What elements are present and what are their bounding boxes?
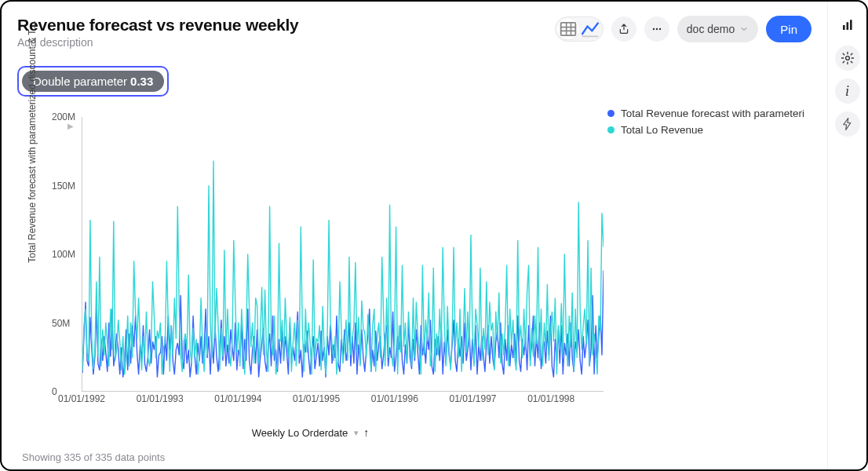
svg-rect-10 [850,20,852,30]
x-axis-label: Weekly Lo Orderdate [252,427,348,439]
gear-icon [841,51,855,65]
chart-area: Total Revenue forecast with parameterize… [17,103,811,451]
table-view-button[interactable] [557,19,579,39]
description-placeholder[interactable]: Add description [17,36,299,49]
data-points-note: Showing 335 of 335 data points [17,451,811,463]
parameter-control[interactable]: Double parameter 0.33 [17,66,169,97]
y-axis-expand-icon[interactable]: ▶ [67,122,74,130]
page-title: Revenue forecast vs revenue weekly [17,16,299,35]
rail-chart-button[interactable] [835,13,860,38]
chart-view-button[interactable] [579,19,601,39]
legend-label: Total Revenue forecast with parameteri [621,108,804,119]
y-tick-label: 0 [52,386,57,397]
x-tick-label: 01/01/1994 [214,393,261,404]
pin-button[interactable]: Pin [766,16,811,42]
legend-item[interactable]: Total Lo Revenue [607,124,811,136]
svg-point-7 [659,28,661,30]
svg-point-5 [653,28,655,30]
right-rail: i [827,2,866,469]
rail-settings-button[interactable] [835,46,860,71]
rail-lightning-button[interactable] [835,111,860,137]
sort-ascending-icon[interactable]: ↑ [363,426,369,439]
x-tick-label: 01/01/1992 [58,393,105,404]
y-tick-label: 100M [52,249,75,260]
y-tick-label: 200M [52,111,75,122]
chart-legend: Total Revenue forecast with parameteriTo… [607,108,811,141]
svg-rect-0 [560,23,575,35]
workspace-label: doc demo [687,23,735,35]
line-chart-icon [579,18,601,40]
svg-rect-8 [843,25,845,30]
legend-label: Total Lo Revenue [621,124,703,136]
workspace-selector[interactable]: doc demo [677,16,758,42]
more-horizontal-icon [651,23,663,35]
legend-color-dot [607,110,615,117]
rail-info-button[interactable]: i [835,78,860,104]
chevron-down-icon [739,24,749,34]
x-tick-label: 01/01/1997 [449,393,496,404]
svg-rect-9 [846,22,848,30]
view-toggle [555,16,604,42]
parameter-chip: Double parameter 0.33 [22,71,164,92]
svg-point-11 [845,57,849,60]
svg-point-6 [656,28,658,30]
x-tick-label: 01/01/1995 [293,393,340,404]
share-icon [618,23,630,35]
y-axis-label[interactable]: Total Revenue forecast with parameterize… [27,4,38,279]
y-tick-label: 50M [52,318,70,329]
chart-plot: ▶ 050M100M150M200M 01/01/199201/01/19930… [47,103,811,403]
bar-chart-icon [841,18,855,32]
chevron-down-icon: ▾ [354,428,359,438]
x-tick-label: 01/01/1998 [527,393,574,404]
parameter-label: Double parameter [33,75,127,88]
x-tick-label: 01/01/1993 [137,393,184,404]
table-icon [557,18,579,40]
lightning-icon [841,117,855,131]
more-button[interactable] [644,16,669,42]
share-button[interactable] [611,16,636,42]
legend-item[interactable]: Total Revenue forecast with parameteri [607,108,811,119]
chart-series-line [82,161,604,374]
parameter-value: 0.33 [130,75,153,88]
y-tick-label: 150M [52,181,75,192]
x-axis-control[interactable]: Weekly Lo Orderdate ▾ ↑ [17,426,604,439]
x-tick-label: 01/01/1996 [371,393,418,404]
legend-color-dot [607,126,615,133]
